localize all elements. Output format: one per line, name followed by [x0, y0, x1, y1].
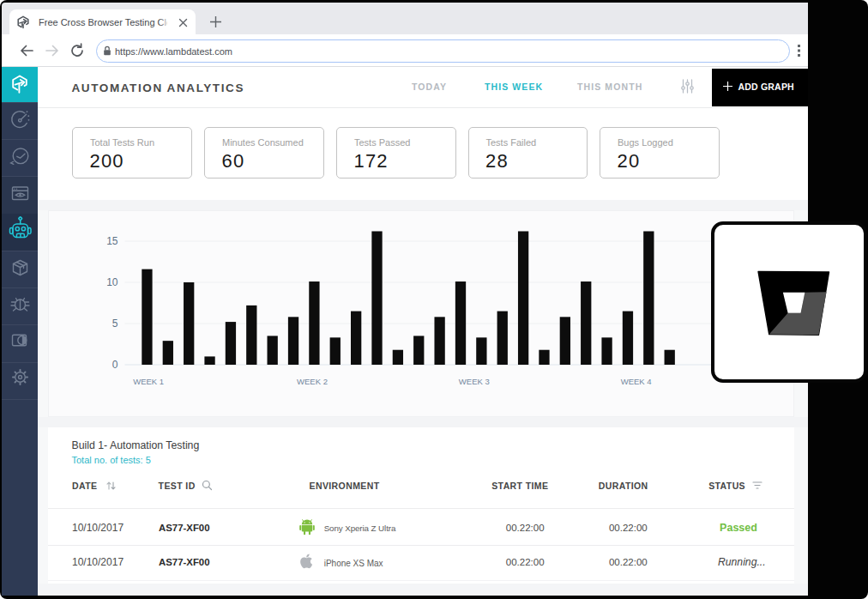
svg-text:10: 10: [106, 276, 118, 288]
svg-text:5: 5: [112, 318, 118, 330]
svg-text:WEEK 4: WEEK 4: [620, 377, 651, 386]
svg-text:15: 15: [106, 235, 118, 247]
svg-text:WEEK 3: WEEK 3: [458, 377, 489, 386]
svg-text:WEEK 1: WEEK 1: [133, 377, 164, 386]
svg-text:0: 0: [112, 359, 118, 371]
svg-text:WEEK 2: WEEK 2: [297, 377, 328, 386]
